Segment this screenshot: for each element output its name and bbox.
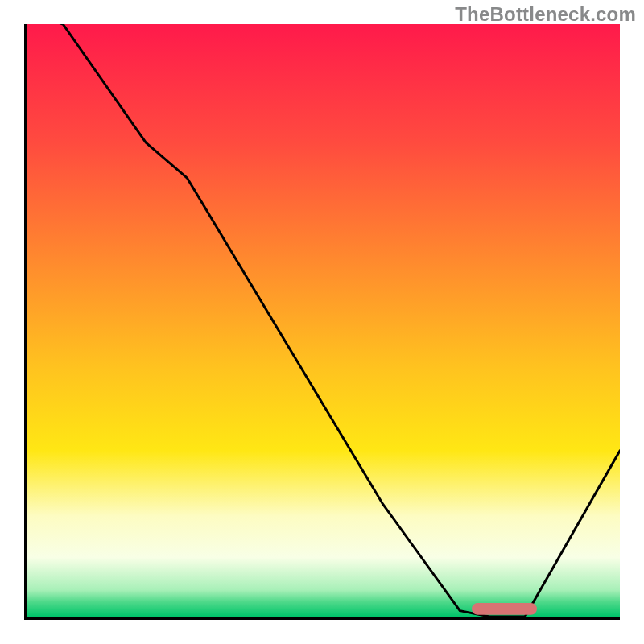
chart-frame: TheBottleneck.com <box>0 0 644 644</box>
plot-svg <box>27 24 620 617</box>
plot-area <box>27 24 620 617</box>
watermark-text: TheBottleneck.com <box>455 3 636 26</box>
x-axis-line <box>24 617 620 620</box>
gradient-background <box>27 24 620 617</box>
